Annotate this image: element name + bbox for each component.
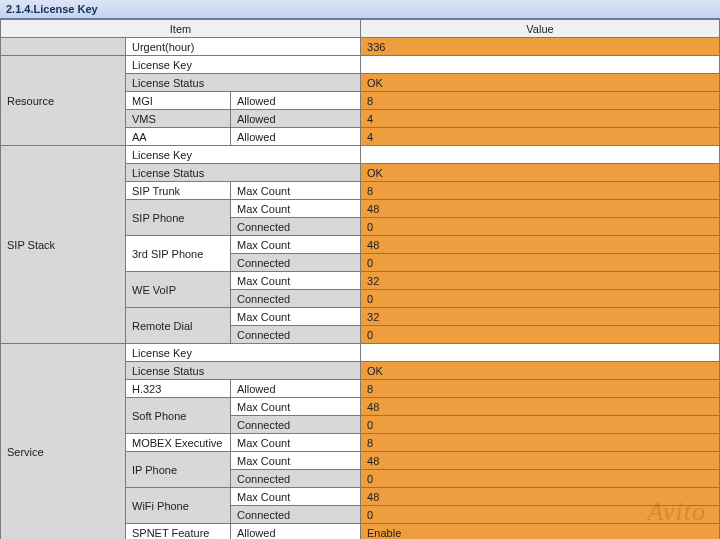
item-cell: License Key xyxy=(126,344,361,362)
table-row: ServiceLicense Key xyxy=(1,344,720,362)
item-cell: WE VoIP xyxy=(126,272,231,308)
license-table: Item Value Urgent(hour)336ResourceLicens… xyxy=(0,19,720,539)
subitem-cell: Connected xyxy=(231,254,361,272)
item-cell: VMS xyxy=(126,110,231,128)
subitem-cell: Max Count xyxy=(231,236,361,254)
table-row: ResourceLicense Key xyxy=(1,56,720,74)
value-cell xyxy=(361,344,720,362)
value-cell: 32 xyxy=(361,272,720,290)
subitem-cell: Allowed xyxy=(231,524,361,540)
item-cell: 3rd SIP Phone xyxy=(126,236,231,272)
subitem-cell: Max Count xyxy=(231,272,361,290)
item-cell: License Status xyxy=(126,362,361,380)
value-cell xyxy=(361,56,720,74)
item-cell: License Status xyxy=(126,164,361,182)
subitem-cell: Connected xyxy=(231,416,361,434)
value-cell: 32 xyxy=(361,308,720,326)
subitem-cell: Max Count xyxy=(231,200,361,218)
table-row: Urgent(hour)336 xyxy=(1,38,720,56)
subitem-cell: Max Count xyxy=(231,434,361,452)
item-cell: IP Phone xyxy=(126,452,231,488)
subitem-cell: Connected xyxy=(231,506,361,524)
section-cell xyxy=(1,38,126,56)
item-cell: H.323 xyxy=(126,380,231,398)
item-cell: License Key xyxy=(126,56,361,74)
subitem-cell: Allowed xyxy=(231,92,361,110)
subitem-cell: Allowed xyxy=(231,110,361,128)
subitem-cell: Max Count xyxy=(231,398,361,416)
value-cell: 0 xyxy=(361,470,720,488)
value-cell: OK xyxy=(361,164,720,182)
header-value: Value xyxy=(361,20,720,38)
item-cell: SIP Phone xyxy=(126,200,231,236)
value-cell: 336 xyxy=(361,38,720,56)
table-row: SIP StackLicense Key xyxy=(1,146,720,164)
section-cell: Service xyxy=(1,344,126,540)
subitem-cell: Allowed xyxy=(231,128,361,146)
subitem-cell: Connected xyxy=(231,470,361,488)
value-cell: 0 xyxy=(361,326,720,344)
item-cell: SPNET Feature xyxy=(126,524,231,540)
subitem-cell: Allowed xyxy=(231,380,361,398)
value-cell: 4 xyxy=(361,110,720,128)
subitem-cell: Max Count xyxy=(231,488,361,506)
item-cell: License Status xyxy=(126,74,361,92)
subitem-cell: Max Count xyxy=(231,308,361,326)
header-item: Item xyxy=(1,20,361,38)
subitem-cell: Connected xyxy=(231,290,361,308)
item-cell: MGI xyxy=(126,92,231,110)
subitem-cell: Max Count xyxy=(231,182,361,200)
value-cell: 48 xyxy=(361,236,720,254)
item-cell: License Key xyxy=(126,146,361,164)
item-cell: WiFi Phone xyxy=(126,488,231,524)
item-cell: AA xyxy=(126,128,231,146)
value-cell: Enable xyxy=(361,524,720,540)
value-cell: 0 xyxy=(361,218,720,236)
value-cell: 0 xyxy=(361,254,720,272)
value-cell: 48 xyxy=(361,398,720,416)
subitem-cell: Connected xyxy=(231,326,361,344)
value-cell: 8 xyxy=(361,92,720,110)
value-cell: 48 xyxy=(361,488,720,506)
value-cell: OK xyxy=(361,362,720,380)
value-cell: 0 xyxy=(361,416,720,434)
section-cell: Resource xyxy=(1,56,126,146)
value-cell: 48 xyxy=(361,452,720,470)
item-cell: Urgent(hour) xyxy=(126,38,361,56)
value-cell: OK xyxy=(361,74,720,92)
section-cell: SIP Stack xyxy=(1,146,126,344)
value-cell xyxy=(361,146,720,164)
value-cell: 4 xyxy=(361,128,720,146)
value-cell: 0 xyxy=(361,290,720,308)
value-cell: 48 xyxy=(361,200,720,218)
item-cell: Soft Phone xyxy=(126,398,231,434)
value-cell: 0 xyxy=(361,506,720,524)
subitem-cell: Connected xyxy=(231,218,361,236)
value-cell: 8 xyxy=(361,434,720,452)
item-cell: SIP Trunk xyxy=(126,182,231,200)
subitem-cell: Max Count xyxy=(231,452,361,470)
panel-title: 2.1.4.License Key xyxy=(0,0,720,19)
value-cell: 8 xyxy=(361,182,720,200)
item-cell: Remote Dial xyxy=(126,308,231,344)
item-cell: MOBEX Executive xyxy=(126,434,231,452)
value-cell: 8 xyxy=(361,380,720,398)
